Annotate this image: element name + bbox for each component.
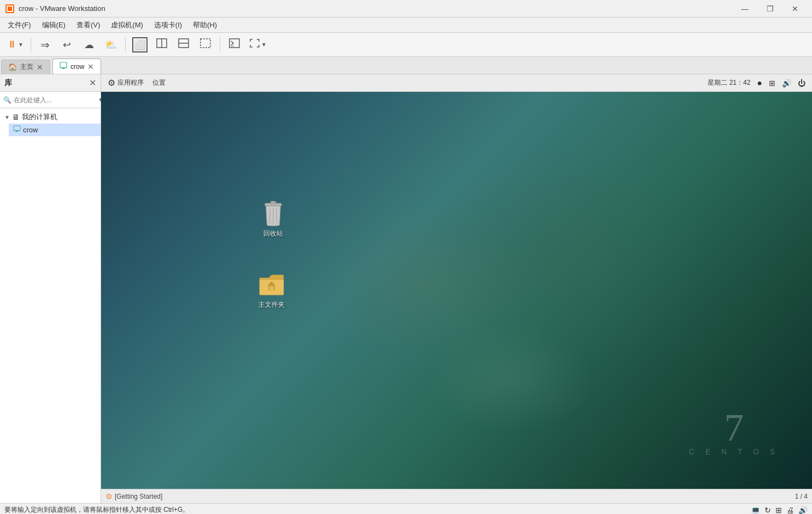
svg-rect-21 [270,201,276,204]
svg-rect-22 [270,287,273,290]
vm-area: ⚙ 应用程序 位置 星期二 21：42 ● ⊞ 🔊 ⏻ [101,74,812,503]
tab-crow[interactable]: crow ✕ [52,59,101,74]
terminal-button[interactable]: _ [225,36,244,54]
snapshot-button[interactable]: ↩ [57,36,77,54]
home-tab-close[interactable]: ✕ [37,63,43,71]
bottom-network-icon[interactable]: ⊞ [775,506,782,515]
menu-view[interactable]: 查看(V) [71,18,105,32]
main-layout: 库 ✕ 🔍 ▼ ▼ 🖥 我的计算机 cro [0,74,812,503]
bottom-bar: 要将输入定向到该虚拟机，请将鼠标指针移入其中或按 Ctrl+G。 💻 ↻ ⊞ 🖨… [0,503,812,514]
computer-label: 我的计算机 [22,112,57,122]
bottom-refresh-icon[interactable]: ↻ [764,506,771,515]
minimize-button[interactable]: — [732,0,757,17]
terminal-icon: _ [229,38,240,51]
snapshot-icon: ↩ [63,39,71,51]
tree-item-crow[interactable]: crow [9,124,101,136]
centos-text: C E N T O S [689,447,779,456]
sidebar-search-input[interactable] [14,96,96,104]
centos-version-number: 7 [689,408,779,447]
desktop-icon-home[interactable]: 主文件夹 [250,270,293,312]
vm-getting-started-section[interactable]: ⚙ [Getting Started] [105,492,791,501]
layout4-icon [200,38,211,51]
pause-button[interactable]: ⏸ ▼ [4,36,26,54]
trash-icon [260,201,286,227]
app-icon [4,3,15,14]
cloud-icon: ⛅ [105,39,117,51]
bottom-print-icon[interactable]: 🖨 [786,506,794,515]
collapse-icon: ▼ [4,114,10,120]
toolbar-separator-3 [220,37,220,52]
bottom-computer-icon[interactable]: 💻 [751,506,760,515]
svg-line-17 [269,208,270,224]
trash-label: 回收站 [263,229,283,238]
sidebar-title: 库 [4,78,12,88]
vm-network-icon: ⊞ [769,79,775,87]
tab-bar: 🏠 主页 ✕ crow ✕ [0,57,812,74]
computer-icon: 🖥 [12,113,20,121]
snapshot2-button[interactable]: ☁ [79,36,99,54]
svg-rect-7 [201,39,210,48]
menu-tabs[interactable]: 选项卡(I) [149,18,187,32]
title-bar: crow - VMware Workstation — ❐ ✕ [0,0,812,17]
centos-watermark: 7 C E N T O S [689,408,779,456]
vm-location-label: 位置 [152,78,166,87]
tree-item-computer[interactable]: ▼ 🖥 我的计算机 [0,110,101,124]
getting-started-label: [Getting Started] [115,493,162,500]
vm-desktop[interactable]: 回收站 主文件夹 [101,92,812,489]
vm-audio-icon: 🔊 [782,79,791,87]
home-folder-label: 主文件夹 [258,300,285,309]
layout1-button[interactable]: ⬜ [130,36,150,54]
vm-status-dot-icon: ● [757,78,762,88]
bottom-message: 要将输入定向到该虚拟机，请将鼠标指针移入其中或按 Ctrl+G。 [4,505,189,514]
vm-app-icon: ⚙ [108,78,115,88]
menu-help[interactable]: 帮助(H) [187,18,222,32]
menu-vm[interactable]: 虚拟机(M) [105,18,149,32]
toolbar: ⏸ ▼ ⇒ ↩ ☁ ⛅ ⬜ [0,33,812,57]
vm-page-info: 1 / 4 [795,493,808,500]
vm-location-menu[interactable]: 位置 [152,78,166,87]
crow-tab-label: crow [70,63,84,71]
layout3-button[interactable] [174,36,193,54]
layout1-icon: ⬜ [132,37,148,52]
crow-tab-close[interactable]: ✕ [87,63,94,71]
sidebar: 库 ✕ 🔍 ▼ ▼ 🖥 我的计算机 cro [0,74,101,503]
home-tab-label: 主页 [20,62,33,72]
fullscreen-icon [249,38,260,51]
close-button[interactable]: ✕ [782,0,808,17]
vm-icon [13,125,21,135]
pause-arrow-icon: ▼ [18,42,23,48]
bottom-audio-icon[interactable]: 🔊 [798,506,808,515]
sidebar-close-button[interactable]: ✕ [89,78,96,88]
send-to-button[interactable]: ⇒ [36,36,55,54]
home-tab-icon: 🏠 [8,63,17,71]
vm-status-bar: ⚙ [Getting Started] 1 / 4 [101,489,812,503]
sidebar-search[interactable]: 🔍 ▼ [0,92,101,108]
menu-edit[interactable]: 编辑(E) [37,18,71,32]
layout3-icon [178,38,189,51]
toolbar-separator-2 [125,37,126,52]
toolbar-separator-1 [31,37,31,52]
svg-rect-15 [16,131,18,132]
fullscreen-button[interactable]: ▼ [246,36,269,54]
vm-app-toolbar: ⚙ 应用程序 位置 星期二 21：42 ● ⊞ 🔊 ⏻ [101,74,812,92]
vm-app-label: 应用程序 [117,78,144,87]
svg-line-19 [276,208,277,224]
svg-rect-2 [8,7,12,11]
vm-power-icon: ⏻ [798,79,805,87]
cloud-button[interactable]: ⛅ [101,36,121,54]
getting-started-icon: ⚙ [105,492,113,501]
layout2-button[interactable] [152,36,172,54]
menu-file[interactable]: 文件(F) [2,18,37,32]
desktop-icon-trash[interactable]: 回收站 [251,198,295,241]
layout2-icon [156,38,167,51]
sidebar-tree: ▼ 🖥 我的计算机 crow [0,108,101,503]
send-icon: ⇒ [40,38,50,51]
vm-app-menu[interactable]: ⚙ 应用程序 [108,78,144,88]
snapshot2-icon: ☁ [84,39,94,51]
layout4-button[interactable] [196,36,215,54]
restore-button[interactable]: ❐ [757,0,782,17]
svg-rect-12 [62,68,64,69]
tab-home[interactable]: 🏠 主页 ✕ [1,60,50,74]
vm-label: crow [23,126,38,134]
vm-datetime: 星期二 21：42 [708,78,750,87]
